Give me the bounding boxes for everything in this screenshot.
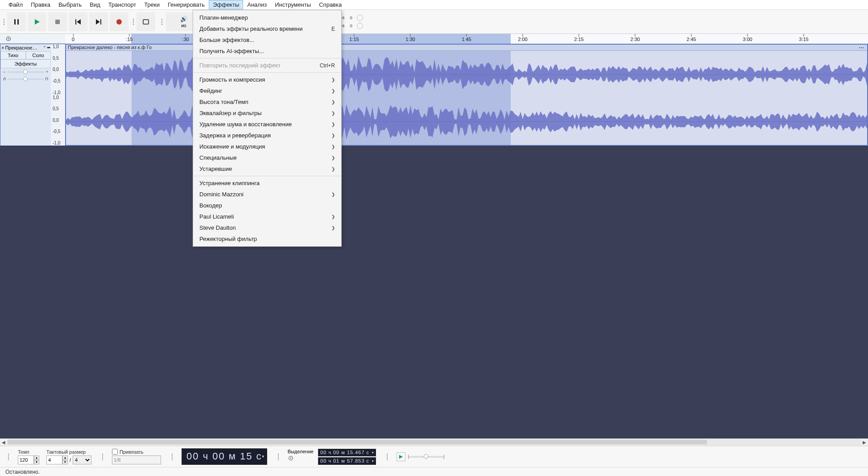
- svg-rect-3: [55, 20, 60, 24]
- track-close-button[interactable]: ×: [1, 45, 4, 50]
- play-speed-slider[interactable]: [408, 456, 444, 458]
- toolbar-grip[interactable]: [100, 454, 105, 460]
- svg-marker-6: [96, 19, 100, 25]
- menu-правка[interactable]: Правка: [27, 0, 54, 9]
- scroll-right-button[interactable]: ▶: [861, 440, 868, 445]
- gain-slider[interactable]: – +: [0, 68, 51, 75]
- stop-button[interactable]: [48, 12, 67, 31]
- menu-item[interactable]: Больше эффектов...: [193, 34, 341, 46]
- menu-item[interactable]: Громкость и компрессия❯: [193, 74, 341, 85]
- menu-треки[interactable]: Треки: [140, 0, 164, 9]
- menu-item[interactable]: Устаревшие❯: [193, 163, 341, 174]
- pan-slider[interactable]: Л П: [0, 75, 51, 83]
- toolbar-grip[interactable]: [6, 454, 11, 460]
- menu-item[interactable]: Steve Daulton❯: [193, 222, 341, 233]
- menu-item[interactable]: Получить AI-эффекты...: [193, 46, 341, 57]
- waveform-display[interactable]: Прекрасное далеко - песня из к.ф Го: [65, 44, 868, 146]
- time-display[interactable]: 00 ч 00 м 15 с ▼: [182, 448, 267, 465]
- toolbar-grip[interactable]: [2, 10, 6, 33]
- menu-item[interactable]: Добавить эффкты реального времениE: [193, 23, 341, 34]
- menu-item[interactable]: Режекторный фильтр: [193, 233, 341, 244]
- skip-end-button[interactable]: [89, 12, 108, 31]
- menu-анализ[interactable]: Анализ: [243, 0, 271, 9]
- play-speed-group: [397, 452, 444, 461]
- menu-справка[interactable]: Справка: [315, 0, 346, 9]
- track-control-panel: × Прекрасное… ⌃ ••• Тихо Соло Эффекты – …: [0, 44, 51, 146]
- svg-marker-2: [35, 19, 40, 25]
- menu-item[interactable]: Высота тона/Темп❯: [193, 96, 341, 108]
- vertical-scale[interactable]: 1,00,50,0-0,5-1,0 1,00,50,0-0,5-1,0: [51, 44, 65, 146]
- selection-end-display[interactable]: 00 ч 01 м 57.853 с▼: [318, 457, 376, 465]
- tempo-up[interactable]: ▲: [34, 455, 39, 460]
- svg-marker-13: [66, 102, 867, 141]
- toolbar-grip[interactable]: [160, 10, 164, 33]
- menu-item[interactable]: Вокодер: [193, 200, 341, 211]
- timeline-settings-button[interactable]: [0, 36, 65, 42]
- svg-rect-4: [75, 19, 76, 25]
- menu-item[interactable]: Устранение клиппинга: [193, 178, 341, 189]
- tempo-down[interactable]: ▼: [34, 460, 39, 464]
- svg-rect-0: [14, 19, 16, 25]
- loop-button[interactable]: [136, 12, 155, 31]
- menu-генерировать[interactable]: Генерировать: [164, 0, 209, 9]
- menu-инструменты[interactable]: Инструменты: [271, 0, 315, 9]
- menu-item[interactable]: Удаление шума и восстановление❯: [193, 119, 341, 130]
- menu-item[interactable]: Фейдинг❯: [193, 85, 341, 96]
- solo-button[interactable]: Соло: [26, 51, 51, 59]
- track-collapse-icon[interactable]: ⌃: [43, 46, 46, 50]
- mute-button[interactable]: Тихо: [0, 51, 26, 59]
- waveform-left-channel: [66, 51, 867, 98]
- timeline-ruler[interactable]: 0:15:30:451:001:151:301:452:002:152:302:…: [65, 34, 868, 44]
- menu-файл[interactable]: Файл: [4, 0, 27, 9]
- clip-title[interactable]: Прекрасное далеко - песня из к.ф Го: [66, 45, 867, 51]
- empty-track-space[interactable]: [0, 146, 868, 439]
- menu-item[interactable]: Задержка и реверберация❯: [193, 130, 341, 141]
- menu-item[interactable]: Специальные❯: [193, 152, 341, 163]
- menu-item[interactable]: Искажение и модуляция❯: [193, 141, 341, 152]
- menu-транспорт[interactable]: Транспорт: [104, 0, 141, 9]
- menu-эффекты[interactable]: Эффекты: [209, 0, 243, 9]
- track-effects-button[interactable]: Эффекты: [0, 59, 51, 68]
- snap-group: Привязать: [112, 449, 161, 464]
- scroll-left-button[interactable]: ◀: [0, 440, 7, 445]
- time-signature-group: Тактовый размер ▲▼ / 4: [46, 449, 91, 464]
- snap-checkbox[interactable]: [112, 449, 118, 455]
- menu-вид[interactable]: Вид: [86, 0, 104, 9]
- toolbar-grip[interactable]: [170, 454, 174, 460]
- clip-menu-button[interactable]: [857, 46, 865, 50]
- menu-item: Повторить последний эффектCtrl+R: [193, 60, 341, 71]
- transport-controls: [6, 10, 129, 33]
- status-bar: Остановлено.: [0, 467, 868, 476]
- time-format-dropdown[interactable]: ▼: [261, 450, 266, 464]
- svg-marker-12: [66, 56, 867, 93]
- speaker-icon: 🔊: [180, 16, 187, 22]
- selection-start-display[interactable]: 00 ч 00 м 15.467 с▼: [318, 449, 376, 456]
- track-menu-icon[interactable]: •••: [47, 46, 50, 50]
- track-name[interactable]: Прекрасное…: [5, 45, 41, 50]
- menu-item[interactable]: Плагин-менеджер: [193, 12, 341, 23]
- menu-item[interactable]: Paul Licameli❯: [193, 211, 341, 222]
- play-at-speed-button[interactable]: [397, 452, 405, 461]
- snap-value-select[interactable]: [112, 455, 161, 464]
- svg-point-8: [116, 19, 122, 25]
- menu-выбрать[interactable]: Выбрать: [54, 0, 86, 9]
- pause-button[interactable]: [7, 12, 26, 31]
- toolbar-grip[interactable]: [131, 10, 136, 33]
- horizontal-scrollbar[interactable]: ◀ ▶: [0, 439, 868, 446]
- timeline-ruler-row: 0:15:30:451:001:151:301:452:002:152:302:…: [0, 34, 868, 44]
- tempo-group: Темп ▲▼: [18, 449, 39, 464]
- toolbar-grip[interactable]: [385, 454, 389, 460]
- selection-settings-button[interactable]: [288, 455, 294, 461]
- menu-item[interactable]: Dominic Mazzoni❯: [193, 189, 341, 200]
- play-level-indicator: [357, 23, 363, 29]
- svg-rect-1: [17, 19, 19, 25]
- ts-denominator-select[interactable]: 4: [73, 455, 91, 464]
- tempo-input[interactable]: [18, 455, 34, 464]
- ts-numerator-input[interactable]: [46, 455, 62, 464]
- record-button[interactable]: [110, 12, 128, 31]
- skip-start-button[interactable]: [69, 12, 87, 31]
- toolbar-grip[interactable]: [276, 454, 281, 460]
- menu-item[interactable]: Эквалайзер и фильтры❯: [193, 108, 341, 119]
- svg-marker-16: [399, 455, 403, 458]
- play-button[interactable]: [28, 12, 46, 31]
